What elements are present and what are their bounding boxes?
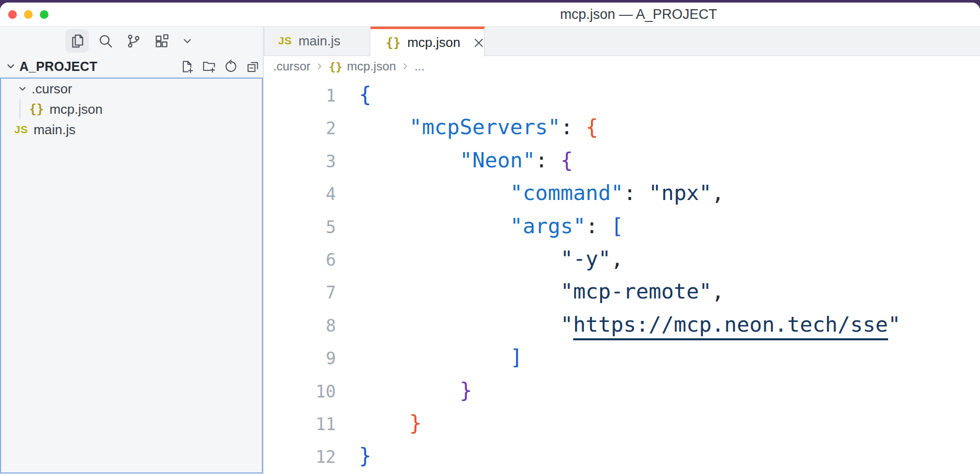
explorer-icon[interactable] <box>65 29 89 53</box>
code-text[interactable]: "command": "npx", <box>359 177 724 209</box>
tab-label: main.js <box>299 33 340 49</box>
code-text[interactable]: "-y", <box>359 242 623 275</box>
line-number: 10 <box>264 376 336 408</box>
breadcrumb: .cursor {} mcp.json ... <box>264 56 980 77</box>
chevron-down-icon <box>5 61 16 72</box>
code-line[interactable]: 4 "command": "npx", <box>264 177 980 209</box>
editor-group: JS main.js {} mcp.json .cursor <box>264 27 980 473</box>
window-title: mcp.json — A_PROJECT <box>560 3 717 27</box>
line-number: 2 <box>264 112 336 145</box>
line-number: 4 <box>264 178 336 211</box>
chevron-right-icon <box>400 61 410 71</box>
json-file-icon: {} <box>329 60 342 73</box>
code-text[interactable]: } <box>359 407 422 439</box>
line-number: 9 <box>264 342 336 375</box>
indent-guide <box>19 99 20 119</box>
file-label: mcp.json <box>50 102 103 117</box>
line-number: 1 <box>264 80 336 112</box>
tree-item-cursor-folder[interactable]: .cursor <box>1 79 262 99</box>
minimize-window-button[interactable] <box>24 10 33 19</box>
file-tree[interactable]: .cursor {} mcp.json JS main.js <box>0 78 263 473</box>
refresh-button[interactable] <box>222 57 240 76</box>
refresh-icon <box>224 60 238 73</box>
activity-bar <box>0 27 263 55</box>
line-number: 11 <box>264 408 336 441</box>
project-name: A_PROJECT <box>19 59 178 74</box>
code-line[interactable]: 10 } <box>264 374 980 407</box>
line-number: 6 <box>264 244 336 277</box>
file-label: main.js <box>34 122 76 138</box>
traffic-lights <box>8 10 48 19</box>
json-file-icon: {} <box>386 36 401 50</box>
new-folder-button[interactable] <box>200 57 218 76</box>
chevron-down-icon <box>17 84 28 94</box>
git-branch-icon <box>126 33 141 49</box>
tree-item-mcp-json[interactable]: {} mcp.json <box>1 99 262 119</box>
code-line[interactable]: 3 "Neon": { <box>264 144 980 177</box>
sidebar: A_PROJECT <box>0 27 264 473</box>
tree-item-main-js[interactable]: JS main.js <box>1 119 262 140</box>
code-line[interactable]: 7 "mcp-remote", <box>264 275 980 308</box>
tab-main-js[interactable]: JS main.js <box>264 27 371 56</box>
line-number: 5 <box>264 211 336 244</box>
extensions-squares-icon <box>154 33 169 49</box>
code-text[interactable]: "args": [ <box>359 210 623 242</box>
code-text[interactable]: "https://mcp.neon.tech/sse" <box>359 308 900 341</box>
code-text[interactable]: } <box>359 439 372 472</box>
code-text[interactable]: "Neon": { <box>359 144 573 177</box>
explorer-header[interactable]: A_PROJECT <box>0 55 263 78</box>
close-window-button[interactable] <box>8 10 17 19</box>
tab-label: mcp.json <box>407 35 460 51</box>
explorer-actions <box>178 57 262 76</box>
collapse-all-icon <box>246 60 260 73</box>
code-line[interactable]: 6 "-y", <box>264 242 980 275</box>
js-file-icon: JS <box>14 123 28 136</box>
new-file-button[interactable] <box>178 57 196 76</box>
code-line[interactable]: 2 "mcpServers": { <box>264 111 980 143</box>
more-views-button[interactable] <box>178 29 197 53</box>
json-file-icon: {} <box>29 102 44 116</box>
code-line[interactable]: 11 } <box>264 407 980 439</box>
tab-mcp-json[interactable]: {} mcp.json <box>371 27 485 56</box>
line-number: 7 <box>264 277 336 309</box>
app-window: mcp.json — A_PROJECT <box>0 3 980 474</box>
code-line[interactable]: 8 "https://mcp.neon.tech/sse" <box>264 308 980 341</box>
folder-label: .cursor <box>32 81 72 97</box>
chevron-right-icon <box>314 61 325 71</box>
close-icon <box>473 37 485 49</box>
breadcrumb-item-symbol[interactable]: ... <box>414 59 425 73</box>
new-file-icon <box>180 60 194 73</box>
code-line[interactable]: 9 ] <box>264 341 980 373</box>
code-text[interactable]: "mcpServers": { <box>359 111 598 143</box>
line-number: 3 <box>264 145 336 178</box>
files-icon <box>69 33 85 49</box>
line-number: 12 <box>264 441 336 473</box>
tab-bar-empty-space <box>485 27 980 56</box>
chevron-down-icon <box>181 35 193 47</box>
close-tab-button[interactable] <box>473 36 485 50</box>
new-folder-icon <box>202 60 216 73</box>
js-file-icon: JS <box>278 35 292 47</box>
code-text[interactable]: ] <box>359 341 523 373</box>
source-control-icon[interactable] <box>121 29 145 53</box>
zoom-window-button[interactable] <box>40 10 48 19</box>
code-line[interactable]: 1{ <box>264 78 980 111</box>
code-line[interactable]: 5 "args": [ <box>264 210 980 242</box>
breadcrumb-item-file[interactable]: mcp.json <box>347 59 396 73</box>
code-text[interactable]: } <box>359 374 472 407</box>
extensions-icon[interactable] <box>150 29 173 53</box>
code-editor[interactable]: 1{2 "mcpServers": {3 "Neon": {4 "command… <box>264 77 980 473</box>
collapse-folders-button[interactable] <box>243 57 262 76</box>
tab-bar: JS main.js {} mcp.json <box>264 27 980 56</box>
code-line[interactable]: 12} <box>264 439 980 472</box>
search-icon[interactable] <box>93 29 117 53</box>
breadcrumb-item-folder[interactable]: .cursor <box>273 59 310 73</box>
code-text[interactable]: "mcp-remote", <box>359 275 724 308</box>
titlebar: mcp.json — A_PROJECT <box>0 3 980 27</box>
line-number: 8 <box>264 310 336 342</box>
code-text[interactable]: { <box>359 78 372 111</box>
magnifier-icon <box>97 33 113 49</box>
